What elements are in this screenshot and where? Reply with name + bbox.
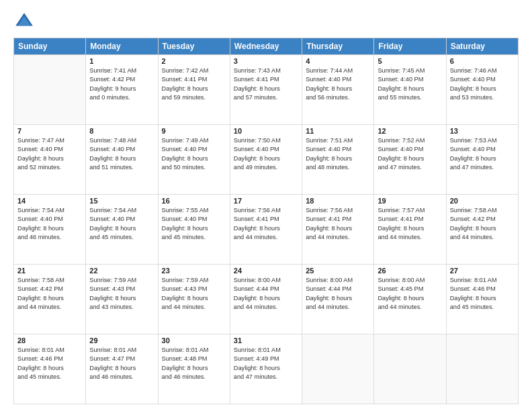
cell-content: Sunrise: 7:47 AM Sunset: 4:40 PM Dayligh… xyxy=(17,136,82,172)
week-row-3: 21Sunrise: 7:58 AM Sunset: 4:42 PM Dayli… xyxy=(14,265,519,334)
cell-content: Sunrise: 8:01 AM Sunset: 4:46 PM Dayligh… xyxy=(17,346,82,381)
day-number: 25 xyxy=(306,267,370,275)
cell-content: Sunrise: 7:46 AM Sunset: 4:40 PM Dayligh… xyxy=(450,66,515,102)
cell-content: Sunrise: 7:51 AM Sunset: 4:40 PM Dayligh… xyxy=(306,136,370,172)
calendar-cell: 22Sunrise: 7:59 AM Sunset: 4:43 PM Dayli… xyxy=(86,265,158,334)
week-row-1: 7Sunrise: 7:47 AM Sunset: 4:40 PM Daylig… xyxy=(14,125,519,195)
day-number: 10 xyxy=(234,127,298,135)
cell-content: Sunrise: 7:58 AM Sunset: 4:42 PM Dayligh… xyxy=(450,206,515,242)
day-number: 3 xyxy=(234,57,298,65)
day-number: 5 xyxy=(378,57,442,65)
cell-content: Sunrise: 7:52 AM Sunset: 4:40 PM Dayligh… xyxy=(378,136,442,172)
col-header-tuesday: Tuesday xyxy=(158,38,230,55)
cell-content: Sunrise: 8:01 AM Sunset: 4:47 PM Dayligh… xyxy=(89,346,154,381)
calendar-cell xyxy=(446,334,518,404)
calendar-cell xyxy=(14,55,86,125)
cell-content: Sunrise: 7:48 AM Sunset: 4:40 PM Dayligh… xyxy=(89,136,154,172)
day-number: 2 xyxy=(162,57,226,65)
day-number: 23 xyxy=(162,267,226,275)
day-number: 27 xyxy=(450,267,515,275)
cell-content: Sunrise: 7:58 AM Sunset: 4:42 PM Dayligh… xyxy=(17,276,82,312)
day-number: 1 xyxy=(89,57,154,65)
calendar-cell: 29Sunrise: 8:01 AM Sunset: 4:47 PM Dayli… xyxy=(86,334,158,404)
cell-content: Sunrise: 7:44 AM Sunset: 4:40 PM Dayligh… xyxy=(306,66,370,102)
day-number: 24 xyxy=(234,267,298,275)
day-number: 20 xyxy=(450,197,515,205)
col-header-friday: Friday xyxy=(374,38,446,55)
cell-content: Sunrise: 7:50 AM Sunset: 4:40 PM Dayligh… xyxy=(234,136,298,172)
calendar-cell: 4Sunrise: 7:44 AM Sunset: 4:40 PM Daylig… xyxy=(302,55,374,125)
day-number: 14 xyxy=(17,197,82,205)
day-number: 29 xyxy=(89,336,154,345)
cell-content: Sunrise: 8:01 AM Sunset: 4:49 PM Dayligh… xyxy=(234,346,298,381)
week-row-2: 14Sunrise: 7:54 AM Sunset: 4:40 PM Dayli… xyxy=(14,195,519,265)
calendar-cell: 13Sunrise: 7:53 AM Sunset: 4:40 PM Dayli… xyxy=(446,125,518,195)
cell-content: Sunrise: 7:45 AM Sunset: 4:40 PM Dayligh… xyxy=(378,66,442,102)
col-header-monday: Monday xyxy=(86,38,158,55)
day-number: 12 xyxy=(378,127,442,135)
calendar-cell: 14Sunrise: 7:54 AM Sunset: 4:40 PM Dayli… xyxy=(14,195,86,265)
day-number: 15 xyxy=(89,197,154,205)
col-header-saturday: Saturday xyxy=(446,38,518,55)
calendar-cell: 10Sunrise: 7:50 AM Sunset: 4:40 PM Dayli… xyxy=(230,125,302,195)
day-number: 22 xyxy=(89,267,154,275)
logo xyxy=(13,11,38,32)
col-header-sunday: Sunday xyxy=(14,38,86,55)
calendar-cell: 9Sunrise: 7:49 AM Sunset: 4:40 PM Daylig… xyxy=(158,125,230,195)
cell-content: Sunrise: 7:59 AM Sunset: 4:43 PM Dayligh… xyxy=(162,276,226,312)
day-number: 30 xyxy=(162,336,226,345)
calendar-cell: 2Sunrise: 7:42 AM Sunset: 4:41 PM Daylig… xyxy=(158,55,230,125)
day-number: 8 xyxy=(89,127,154,135)
calendar-cell: 6Sunrise: 7:46 AM Sunset: 4:40 PM Daylig… xyxy=(446,55,518,125)
calendar-cell: 19Sunrise: 7:57 AM Sunset: 4:41 PM Dayli… xyxy=(374,195,446,265)
cell-content: Sunrise: 8:00 AM Sunset: 4:44 PM Dayligh… xyxy=(234,276,298,312)
calendar-table: SundayMondayTuesdayWednesdayThursdayFrid… xyxy=(13,38,519,404)
day-number: 11 xyxy=(306,127,370,135)
cell-content: Sunrise: 8:01 AM Sunset: 4:48 PM Dayligh… xyxy=(162,346,226,381)
cell-content: Sunrise: 7:54 AM Sunset: 4:40 PM Dayligh… xyxy=(17,206,82,242)
calendar-cell: 8Sunrise: 7:48 AM Sunset: 4:40 PM Daylig… xyxy=(86,125,158,195)
calendar-cell: 17Sunrise: 7:56 AM Sunset: 4:41 PM Dayli… xyxy=(230,195,302,265)
cell-content: Sunrise: 7:57 AM Sunset: 4:41 PM Dayligh… xyxy=(378,206,442,242)
calendar-cell: 20Sunrise: 7:58 AM Sunset: 4:42 PM Dayli… xyxy=(446,195,518,265)
cell-content: Sunrise: 7:59 AM Sunset: 4:43 PM Dayligh… xyxy=(89,276,154,312)
calendar-cell: 28Sunrise: 8:01 AM Sunset: 4:46 PM Dayli… xyxy=(14,334,86,404)
calendar-cell: 25Sunrise: 8:00 AM Sunset: 4:44 PM Dayli… xyxy=(302,265,374,334)
calendar-cell: 11Sunrise: 7:51 AM Sunset: 4:40 PM Dayli… xyxy=(302,125,374,195)
cell-content: Sunrise: 8:00 AM Sunset: 4:44 PM Dayligh… xyxy=(306,276,370,312)
calendar-cell: 30Sunrise: 8:01 AM Sunset: 4:48 PM Dayli… xyxy=(158,334,230,404)
calendar-cell: 3Sunrise: 7:43 AM Sunset: 4:41 PM Daylig… xyxy=(230,55,302,125)
day-number: 4 xyxy=(306,57,370,65)
cell-content: Sunrise: 8:00 AM Sunset: 4:45 PM Dayligh… xyxy=(378,276,442,312)
day-number: 21 xyxy=(17,267,82,275)
day-number: 7 xyxy=(17,127,82,135)
calendar-cell xyxy=(302,334,374,404)
cell-content: Sunrise: 7:53 AM Sunset: 4:40 PM Dayligh… xyxy=(450,136,515,172)
calendar-cell: 31Sunrise: 8:01 AM Sunset: 4:49 PM Dayli… xyxy=(230,334,302,404)
day-number: 6 xyxy=(450,57,515,65)
calendar-cell: 18Sunrise: 7:56 AM Sunset: 4:41 PM Dayli… xyxy=(302,195,374,265)
day-number: 28 xyxy=(17,336,82,345)
day-number: 19 xyxy=(378,197,442,205)
calendar-cell: 21Sunrise: 7:58 AM Sunset: 4:42 PM Dayli… xyxy=(14,265,86,334)
day-number: 31 xyxy=(234,336,298,345)
day-number: 26 xyxy=(378,267,442,275)
header xyxy=(13,11,519,32)
cell-content: Sunrise: 7:56 AM Sunset: 4:41 PM Dayligh… xyxy=(306,206,370,242)
day-number: 13 xyxy=(450,127,515,135)
cell-content: Sunrise: 7:56 AM Sunset: 4:41 PM Dayligh… xyxy=(234,206,298,242)
week-row-0: 1Sunrise: 7:41 AM Sunset: 4:42 PM Daylig… xyxy=(14,55,519,125)
cell-content: Sunrise: 7:42 AM Sunset: 4:41 PM Dayligh… xyxy=(162,66,226,102)
col-header-wednesday: Wednesday xyxy=(230,38,302,55)
calendar-cell: 7Sunrise: 7:47 AM Sunset: 4:40 PM Daylig… xyxy=(14,125,86,195)
header-row: SundayMondayTuesdayWednesdayThursdayFrid… xyxy=(14,38,519,55)
calendar-cell: 16Sunrise: 7:55 AM Sunset: 4:40 PM Dayli… xyxy=(158,195,230,265)
cell-content: Sunrise: 7:55 AM Sunset: 4:40 PM Dayligh… xyxy=(162,206,226,242)
calendar-cell: 12Sunrise: 7:52 AM Sunset: 4:40 PM Dayli… xyxy=(374,125,446,195)
cell-content: Sunrise: 7:41 AM Sunset: 4:42 PM Dayligh… xyxy=(89,66,154,102)
day-number: 9 xyxy=(162,127,226,135)
calendar-cell: 15Sunrise: 7:54 AM Sunset: 4:40 PM Dayli… xyxy=(86,195,158,265)
calendar-cell: 1Sunrise: 7:41 AM Sunset: 4:42 PM Daylig… xyxy=(86,55,158,125)
calendar-cell: 23Sunrise: 7:59 AM Sunset: 4:43 PM Dayli… xyxy=(158,265,230,334)
calendar-cell: 27Sunrise: 8:01 AM Sunset: 4:46 PM Dayli… xyxy=(446,265,518,334)
